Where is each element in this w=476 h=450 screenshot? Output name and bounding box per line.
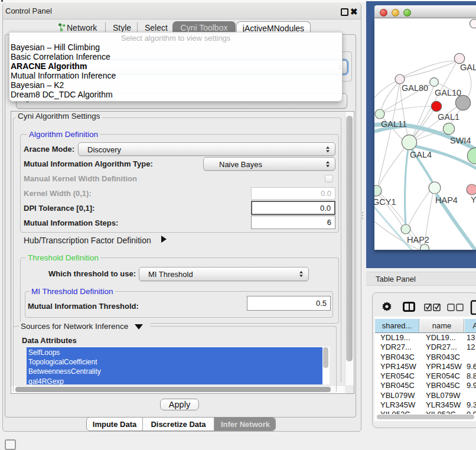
svg-text:GAL1: GAL1: [438, 112, 459, 122]
svg-text:SWI4: SWI4: [450, 136, 471, 145]
svg-text:HAP2: HAP2: [407, 235, 429, 244]
svg-text:YB: YB: [471, 195, 476, 204]
svg-text:HAP4: HAP4: [435, 195, 458, 205]
svg-text:GAL80: GAL80: [402, 83, 428, 93]
svg-text:GAL10: GAL10: [435, 88, 461, 97]
svg-text:GAL4: GAL4: [410, 150, 432, 159]
svg-text:GAL7: GAL7: [460, 63, 476, 72]
svg-text:GAL11: GAL11: [381, 119, 407, 129]
svg-text:GCY1: GCY1: [374, 197, 396, 207]
